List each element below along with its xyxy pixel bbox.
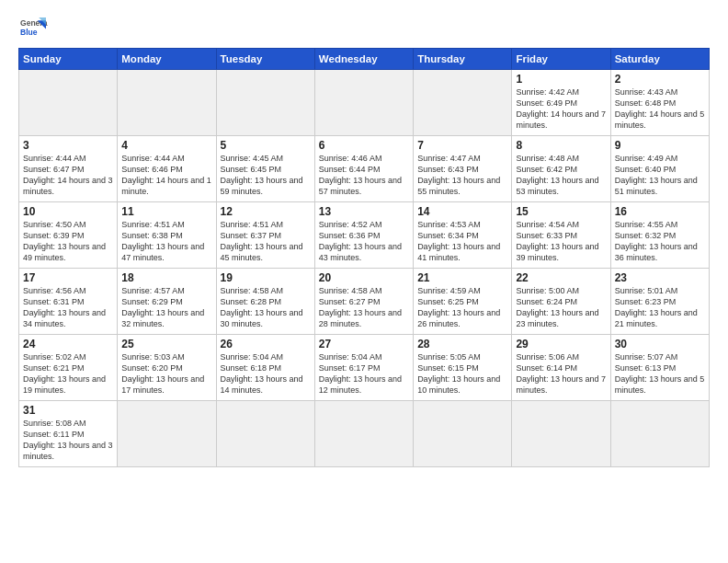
weekday-friday: Friday — [512, 49, 610, 70]
day-info: Sunrise: 5:07 AM Sunset: 6:13 PM Dayligh… — [615, 351, 705, 396]
day-number: 4 — [121, 139, 211, 152]
calendar-cell: 22Sunrise: 5:00 AM Sunset: 6:24 PM Dayli… — [512, 269, 610, 335]
calendar-cell: 17Sunrise: 4:56 AM Sunset: 6:31 PM Dayli… — [19, 269, 118, 335]
day-info: Sunrise: 4:45 AM Sunset: 6:45 PM Dayligh… — [221, 153, 311, 198]
day-info: Sunrise: 4:48 AM Sunset: 6:42 PM Dayligh… — [516, 153, 606, 198]
calendar-cell: 5Sunrise: 4:45 AM Sunset: 6:45 PM Daylig… — [216, 136, 314, 202]
calendar-week-1: 1Sunrise: 4:42 AM Sunset: 6:49 PM Daylig… — [19, 70, 710, 136]
calendar-cell — [118, 401, 216, 467]
calendar-cell — [314, 401, 413, 467]
calendar-cell: 31Sunrise: 5:08 AM Sunset: 6:11 PM Dayli… — [19, 401, 118, 467]
calendar-cell: 1Sunrise: 4:42 AM Sunset: 6:49 PM Daylig… — [512, 70, 610, 136]
day-info: Sunrise: 5:06 AM Sunset: 6:14 PM Dayligh… — [516, 351, 606, 396]
calendar-cell: 29Sunrise: 5:06 AM Sunset: 6:14 PM Dayli… — [512, 335, 610, 401]
day-number: 24 — [23, 338, 113, 350]
day-info: Sunrise: 5:05 AM Sunset: 6:15 PM Dayligh… — [417, 351, 507, 396]
day-info: Sunrise: 4:42 AM Sunset: 6:49 PM Dayligh… — [516, 86, 606, 132]
calendar-cell: 30Sunrise: 5:07 AM Sunset: 6:13 PM Dayli… — [610, 335, 709, 401]
weekday-tuesday: Tuesday — [216, 49, 314, 70]
calendar-cell — [414, 401, 512, 467]
calendar-cell: 16Sunrise: 4:55 AM Sunset: 6:32 PM Dayli… — [610, 202, 709, 269]
day-number: 14 — [417, 205, 507, 218]
calendar-cell — [314, 70, 413, 136]
calendar-week-5: 24Sunrise: 5:02 AM Sunset: 6:21 PM Dayli… — [19, 335, 710, 401]
calendar-cell: 26Sunrise: 5:04 AM Sunset: 6:18 PM Dayli… — [216, 335, 314, 401]
logo-icon: General Blue — [18, 15, 48, 40]
calendar-week-3: 10Sunrise: 4:50 AM Sunset: 6:39 PM Dayli… — [19, 202, 710, 269]
day-info: Sunrise: 5:04 AM Sunset: 6:17 PM Dayligh… — [319, 351, 409, 396]
calendar-cell: 6Sunrise: 4:46 AM Sunset: 6:44 PM Daylig… — [314, 136, 413, 202]
day-number: 16 — [615, 205, 705, 218]
day-number: 23 — [615, 271, 705, 284]
day-number: 7 — [417, 139, 507, 152]
weekday-saturday: Saturday — [610, 49, 709, 70]
calendar-cell: 14Sunrise: 4:53 AM Sunset: 6:34 PM Dayli… — [414, 202, 512, 269]
day-number: 26 — [221, 338, 311, 350]
day-info: Sunrise: 4:44 AM Sunset: 6:46 PM Dayligh… — [121, 153, 211, 198]
day-info: Sunrise: 4:54 AM Sunset: 6:33 PM Dayligh… — [516, 219, 606, 264]
day-info: Sunrise: 4:58 AM Sunset: 6:27 PM Dayligh… — [319, 285, 409, 330]
calendar-cell — [118, 70, 216, 136]
day-info: Sunrise: 4:44 AM Sunset: 6:47 PM Dayligh… — [23, 153, 113, 198]
calendar-cell: 20Sunrise: 4:58 AM Sunset: 6:27 PM Dayli… — [314, 269, 413, 335]
calendar-cell: 7Sunrise: 4:47 AM Sunset: 6:43 PM Daylig… — [414, 136, 512, 202]
day-number: 9 — [615, 139, 705, 152]
calendar-cell: 21Sunrise: 4:59 AM Sunset: 6:25 PM Dayli… — [414, 269, 512, 335]
day-number: 8 — [516, 139, 606, 152]
day-info: Sunrise: 4:47 AM Sunset: 6:43 PM Dayligh… — [417, 153, 507, 198]
calendar-cell: 9Sunrise: 4:49 AM Sunset: 6:40 PM Daylig… — [610, 136, 709, 202]
weekday-sunday: Sunday — [19, 49, 118, 70]
calendar-cell: 8Sunrise: 4:48 AM Sunset: 6:42 PM Daylig… — [512, 136, 610, 202]
day-number: 5 — [221, 139, 311, 152]
calendar-cell: 24Sunrise: 5:02 AM Sunset: 6:21 PM Dayli… — [19, 335, 118, 401]
weekday-monday: Monday — [118, 49, 216, 70]
day-info: Sunrise: 4:51 AM Sunset: 6:38 PM Dayligh… — [121, 219, 211, 264]
day-number: 20 — [319, 271, 409, 284]
calendar-cell — [610, 401, 709, 467]
day-info: Sunrise: 5:08 AM Sunset: 6:11 PM Dayligh… — [23, 418, 113, 463]
day-number: 15 — [516, 205, 606, 218]
day-info: Sunrise: 4:59 AM Sunset: 6:25 PM Dayligh… — [417, 285, 507, 330]
calendar-week-6: 31Sunrise: 5:08 AM Sunset: 6:11 PM Dayli… — [19, 401, 710, 467]
calendar-cell: 27Sunrise: 5:04 AM Sunset: 6:17 PM Dayli… — [314, 335, 413, 401]
weekday-header-row: SundayMondayTuesdayWednesdayThursdayFrid… — [19, 49, 710, 70]
day-number: 25 — [121, 338, 211, 350]
day-number: 18 — [121, 271, 211, 284]
day-number: 10 — [23, 205, 113, 218]
day-info: Sunrise: 4:55 AM Sunset: 6:32 PM Dayligh… — [615, 219, 705, 264]
day-number: 29 — [516, 338, 606, 350]
calendar-table: SundayMondayTuesdayWednesdayThursdayFrid… — [18, 48, 710, 467]
day-number: 19 — [221, 271, 311, 284]
day-info: Sunrise: 5:01 AM Sunset: 6:23 PM Dayligh… — [615, 285, 705, 330]
day-number: 13 — [319, 205, 409, 218]
day-number: 21 — [417, 271, 507, 284]
day-info: Sunrise: 5:03 AM Sunset: 6:20 PM Dayligh… — [121, 351, 211, 396]
calendar-cell: 11Sunrise: 4:51 AM Sunset: 6:38 PM Dayli… — [118, 202, 216, 269]
calendar-cell: 12Sunrise: 4:51 AM Sunset: 6:37 PM Dayli… — [216, 202, 314, 269]
day-info: Sunrise: 4:43 AM Sunset: 6:48 PM Dayligh… — [615, 86, 705, 132]
day-number: 17 — [23, 271, 113, 284]
day-number: 6 — [319, 139, 409, 152]
page-header: General Blue — [18, 15, 710, 40]
day-number: 12 — [221, 205, 311, 218]
calendar-cell — [19, 70, 118, 136]
day-info: Sunrise: 4:49 AM Sunset: 6:40 PM Dayligh… — [615, 153, 705, 198]
calendar-cell — [414, 70, 512, 136]
day-number: 11 — [121, 205, 211, 218]
weekday-wednesday: Wednesday — [314, 49, 413, 70]
day-info: Sunrise: 5:04 AM Sunset: 6:18 PM Dayligh… — [221, 351, 311, 396]
calendar-week-2: 3Sunrise: 4:44 AM Sunset: 6:47 PM Daylig… — [19, 136, 710, 202]
calendar-cell: 4Sunrise: 4:44 AM Sunset: 6:46 PM Daylig… — [118, 136, 216, 202]
calendar-cell: 10Sunrise: 4:50 AM Sunset: 6:39 PM Dayli… — [19, 202, 118, 269]
calendar-cell: 28Sunrise: 5:05 AM Sunset: 6:15 PM Dayli… — [414, 335, 512, 401]
day-info: Sunrise: 4:53 AM Sunset: 6:34 PM Dayligh… — [417, 219, 507, 264]
logo: General Blue — [18, 15, 48, 40]
day-info: Sunrise: 5:00 AM Sunset: 6:24 PM Dayligh… — [516, 285, 606, 330]
day-info: Sunrise: 4:46 AM Sunset: 6:44 PM Dayligh… — [319, 153, 409, 198]
day-number: 3 — [23, 139, 113, 152]
day-number: 27 — [319, 338, 409, 350]
day-info: Sunrise: 4:57 AM Sunset: 6:29 PM Dayligh… — [121, 285, 211, 330]
weekday-thursday: Thursday — [414, 49, 512, 70]
calendar-cell: 25Sunrise: 5:03 AM Sunset: 6:20 PM Dayli… — [118, 335, 216, 401]
calendar-cell — [216, 70, 314, 136]
